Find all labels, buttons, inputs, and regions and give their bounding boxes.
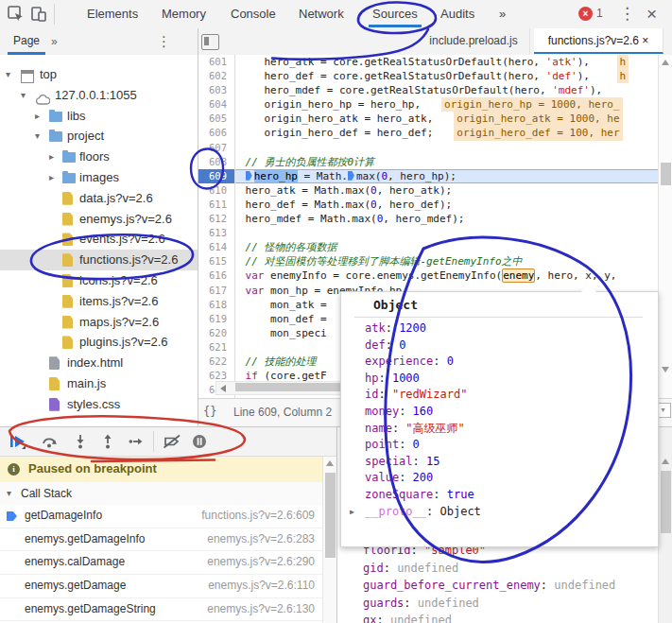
- main-tab-audits[interactable]: Audits: [437, 0, 478, 27]
- main-tab-[interactable]: »: [495, 0, 509, 27]
- tree-item-eventsjsv26[interactable]: events.js?v=2.6: [0, 229, 198, 250]
- tree-item-enemysjsv26[interactable]: enemys.js?v=2.6: [0, 209, 198, 230]
- line-number[interactable]: 611: [198, 198, 234, 212]
- object-property[interactable]: money: 160: [341, 404, 653, 421]
- editor-tab-iconsjsv26[interactable]: icons.js?v=2.6: [663, 28, 672, 54]
- scroll-down-icon[interactable]: [662, 367, 669, 372]
- line-number[interactable]: 613: [198, 226, 234, 240]
- line-number[interactable]: 619: [198, 312, 234, 326]
- line-number[interactable]: 622: [198, 355, 234, 369]
- step-button[interactable]: [129, 434, 144, 449]
- main-tab-network[interactable]: Network: [295, 0, 348, 27]
- call-stack-frame[interactable]: enemys.calDamageenemys.js?v=2.6:290: [0, 551, 322, 575]
- line-number[interactable]: 601: [198, 55, 234, 69]
- line-number[interactable]: 614: [198, 240, 234, 254]
- object-property[interactable]: ▶__proto__: Object: [341, 504, 653, 521]
- code-line-607[interactable]: [235, 141, 658, 155]
- collapse-navigator-icon[interactable]: [201, 34, 219, 50]
- object-property[interactable]: name: "高级巫师": [341, 421, 653, 438]
- scope-variable[interactable]: guard_before_current_enemy: undefined: [337, 577, 658, 595]
- tree-item-pluginsjsv26[interactable]: plugins.js?v=2.6: [0, 332, 198, 353]
- code-line-606[interactable]: origin_hero_def = hero_def;origin_hero_d…: [235, 126, 658, 140]
- tree-item-libs[interactable]: ▸libs: [0, 106, 198, 127]
- toolbar-menu-icon[interactable]: ⋮: [619, 3, 635, 26]
- scroll-up-icon[interactable]: [662, 459, 669, 464]
- step-over-button[interactable]: [42, 434, 57, 449]
- code-line-608[interactable]: // 勇士的负属性都按0计算: [235, 155, 658, 169]
- code-line-601[interactable]: hero_atk = core.getRealStatusOrDefault(h…: [235, 55, 658, 69]
- tree-item-indexhtml[interactable]: index.html: [0, 353, 198, 373]
- tree-item-project[interactable]: ▾project: [0, 126, 198, 147]
- hovered-variable[interactable]: enemy: [502, 268, 535, 283]
- tree-item-datajsv26[interactable]: data.js?v=2.6: [0, 188, 198, 209]
- line-number[interactable]: 616: [198, 268, 234, 283]
- main-tab-memory[interactable]: Memory: [158, 0, 210, 27]
- scope-variable[interactable]: gx: undefined: [337, 612, 658, 623]
- chevron-right-icon[interactable]: ▸: [49, 167, 54, 188]
- line-number[interactable]: 618: [198, 298, 234, 312]
- tree-item-top[interactable]: ▾top: [0, 64, 198, 85]
- navigator-menu-icon[interactable]: ⋮: [157, 30, 171, 53]
- code-line-611[interactable]: hero_def = Math.max(0, hero_def);: [235, 198, 658, 212]
- object-property[interactable]: hp: 1000: [341, 371, 653, 388]
- error-count[interactable]: 1: [596, 7, 603, 20]
- line-number[interactable]: 617: [198, 284, 234, 298]
- object-property[interactable]: def: 0: [341, 337, 653, 355]
- chevron-down-icon[interactable]: ▾: [6, 64, 10, 85]
- code-line-615[interactable]: // 对坚固模仿等处理移到了脚本编辑-getEnemyInfo之中: [235, 254, 658, 268]
- scope-scrollbar[interactable]: [658, 427, 672, 623]
- chevron-down-icon[interactable]: ▾: [21, 85, 26, 106]
- step-out-button[interactable]: [100, 434, 115, 449]
- step-into-button[interactable]: [73, 434, 88, 449]
- line-number[interactable]: 620: [198, 326, 234, 340]
- close-devtools-icon[interactable]: ×: [646, 3, 657, 26]
- main-tab-elements[interactable]: Elements: [83, 0, 142, 27]
- object-property[interactable]: value: 200: [341, 470, 653, 487]
- tree-item-mainjs[interactable]: main.js: [0, 373, 198, 394]
- object-property[interactable]: atk: 1200: [341, 320, 653, 337]
- scroll-left-icon[interactable]: [220, 385, 226, 392]
- deactivate-breakpoints-button[interactable]: [163, 434, 181, 449]
- navigator-tab-page[interactable]: Page: [8, 28, 45, 55]
- code-line-609[interactable]: hero_hp = Math.max(0, hero_hp);: [235, 169, 658, 183]
- code-line-605[interactable]: origin_hero_atk = hero_atk,origin_hero_a…: [235, 112, 658, 126]
- tree-item-stylescss[interactable]: styles.css: [0, 394, 198, 415]
- tree-item-images[interactable]: ▸images: [0, 167, 198, 188]
- editor-tab-functionsjsv26[interactable]: functions.js?v=2.6 ×: [534, 28, 663, 54]
- tree-item-itemsjsv26[interactable]: items.js?v=2.6: [0, 291, 198, 312]
- line-number[interactable]: 609: [198, 169, 234, 183]
- line-number-gutter[interactable]: 6016026036046056066076086096106116126136…: [198, 55, 235, 398]
- line-number[interactable]: 608: [198, 155, 234, 169]
- tree-item-mapsjsv26[interactable]: maps.js?v=2.6: [0, 312, 198, 333]
- line-number[interactable]: 612: [198, 212, 234, 226]
- scroll-up-icon[interactable]: [326, 460, 334, 466]
- call-stack-frame[interactable]: enemys.getDamageenemys.js?v=2.6:110: [0, 575, 322, 598]
- line-number[interactable]: 606: [198, 126, 234, 140]
- call-stack-frame[interactable]: enemys.getDamageStringenemys.js?v=2.6:13…: [0, 598, 322, 622]
- editor-vscroll-thumb[interactable]: [661, 163, 671, 185]
- chevron-down-icon[interactable]: ▾: [35, 126, 40, 147]
- code-line-612[interactable]: hero_mdef = Math.max(0, hero_mdef);: [235, 212, 658, 226]
- scope-variable[interactable]: gid: undefined: [337, 560, 658, 578]
- code-line-610[interactable]: hero_atk = Math.max(0, hero_atk);: [235, 183, 658, 198]
- scope-variable[interactable]: guards: undefined: [337, 595, 658, 613]
- line-number[interactable]: 604: [198, 97, 234, 112]
- scope-scroll-thumb[interactable]: [661, 471, 671, 533]
- callstack-scrollbar[interactable]: [322, 457, 337, 623]
- tree-item-functionsjsv26[interactable]: functions.js?v=2.6: [0, 250, 198, 270]
- object-property[interactable]: zoneSquare: true: [341, 487, 653, 504]
- code-line-613[interactable]: [235, 226, 658, 240]
- callstack-scroll-thumb[interactable]: [325, 473, 336, 558]
- chevron-right-icon[interactable]: ▶: [350, 504, 354, 521]
- inline-breakpoint-icon[interactable]: [246, 171, 252, 181]
- object-property[interactable]: id: "redWizard": [341, 387, 653, 404]
- code-line-616[interactable]: var enemyInfo = core.enemys.getEnemyInfo…: [235, 268, 658, 283]
- inline-breakpoint-icon[interactable]: [348, 171, 354, 181]
- editor-tab-includepreloadjs[interactable]: include.preload.js: [418, 28, 530, 54]
- tree-item-iconsjsv26[interactable]: icons.js?v=2.6: [0, 270, 198, 291]
- code-line-602[interactable]: hero_def = core.getRealStatusOrDefault(h…: [235, 69, 658, 83]
- code-line-614[interactable]: // 怪物的各项数据: [235, 240, 658, 254]
- tree-item-floors[interactable]: ▸floors: [0, 147, 198, 167]
- code-line-604[interactable]: origin_hero_hp = hero_hp,origin_hero_hp …: [235, 97, 658, 112]
- pause-on-exceptions-button[interactable]: [192, 434, 207, 449]
